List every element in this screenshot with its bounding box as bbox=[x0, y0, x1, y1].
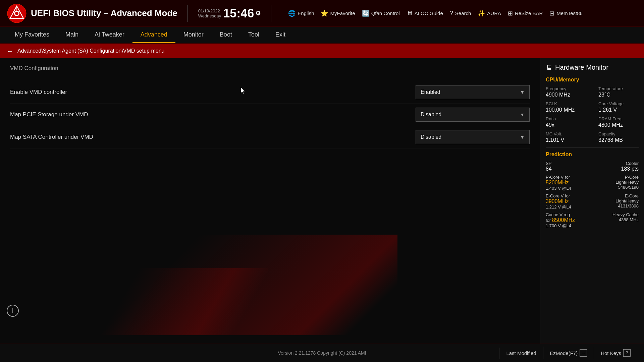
cache-voltage: 1.700 V @L4 bbox=[546, 223, 575, 228]
monitor-display-icon: 🖥 bbox=[546, 64, 552, 71]
tool-resizebar-label: ReSize BAR bbox=[515, 10, 543, 16]
config-item-pcie-storage: Map PCIE Storage under VMD Disabled ▼ bbox=[10, 104, 530, 126]
sata-controller-dropdown[interactable]: Disabled ▼ bbox=[416, 130, 530, 144]
frequency-label: Frequency bbox=[546, 86, 586, 91]
core-voltage-label: Core Voltage bbox=[598, 101, 639, 106]
section-title: VMD Configuration bbox=[10, 65, 530, 74]
mc-volt-value: 1.101 V bbox=[546, 137, 586, 143]
nav-advanced[interactable]: Advanced bbox=[132, 27, 175, 43]
tool-qfan-label: Qfan Control bbox=[371, 10, 400, 16]
prediction-sp-cooler: SP 84 Cooler 183 pts bbox=[546, 161, 639, 172]
vmd-controller-dropdown[interactable]: Enabled ▼ bbox=[416, 85, 530, 99]
prediction-title: Prediction bbox=[546, 152, 639, 158]
tool-search[interactable]: ? Search bbox=[450, 10, 471, 17]
hardware-monitor-panel: 🖥 Hardware Monitor CPU/Memory Frequency … bbox=[540, 58, 644, 344]
info-button[interactable]: i bbox=[7, 305, 19, 317]
tool-memtest-label: MemTest86 bbox=[556, 10, 583, 16]
cache-value: 4388 MHz bbox=[612, 217, 639, 222]
monitor-row-freq-temp: Frequency 4900 MHz Temperature 23°C bbox=[546, 86, 639, 98]
time-display: 15:46 ⚙ bbox=[223, 6, 261, 20]
resizebar-icon: ⊞ bbox=[508, 10, 513, 17]
dram-freq-label: DRAM Freq. bbox=[598, 116, 639, 121]
cache-right: Heavy Cache 4388 MHz bbox=[612, 212, 639, 228]
tool-memtest[interactable]: ⊟ MemTest86 bbox=[549, 10, 583, 17]
tool-aioc[interactable]: 🖥 AI OC Guide bbox=[407, 10, 443, 17]
cache-for-text: for 8500MHz bbox=[546, 217, 575, 223]
monitor-frequency: Frequency 4900 MHz bbox=[546, 86, 586, 98]
tool-qfan[interactable]: 🔄 Qfan Control bbox=[362, 10, 400, 17]
search-icon: ? bbox=[450, 10, 453, 17]
tool-resizebar[interactable]: ⊞ ReSize BAR bbox=[508, 10, 543, 17]
pcie-storage-value: Disabled bbox=[421, 112, 441, 118]
nav-tool[interactable]: Tool bbox=[240, 27, 267, 43]
tool-myfavorite-label: MyFavorite bbox=[330, 10, 355, 16]
tool-aioc-label: AI OC Guide bbox=[415, 10, 443, 16]
breadcrumb-bar: ← Advanced\System Agent (SA) Configurati… bbox=[0, 44, 644, 58]
nav-exit[interactable]: Exit bbox=[267, 27, 293, 43]
footer-version: Version 2.21.1278 Copyright (C) 2021 AMI bbox=[278, 350, 366, 356]
last-modified-label: Last Modified bbox=[506, 350, 536, 356]
nav-monitor[interactable]: Monitor bbox=[175, 27, 212, 43]
dram-freq-value: 4800 MHz bbox=[598, 122, 639, 128]
vmd-controller-arrow: ▼ bbox=[520, 89, 525, 95]
monitor-dram-freq: DRAM Freq. 4800 MHz bbox=[598, 116, 639, 128]
monitor-ratio: Ratio 49x bbox=[546, 116, 586, 128]
pcie-storage-dropdown[interactable]: Disabled ▼ bbox=[416, 108, 530, 122]
monitor-title: 🖥 Hardware Monitor bbox=[546, 64, 639, 71]
monitor-temperature: Temperature 23°C bbox=[598, 86, 639, 98]
ezmode-button[interactable]: EzMode(F7) → bbox=[543, 347, 594, 359]
logo-area: UEFI BIOS Utility – Advanced Mode bbox=[7, 3, 177, 23]
vmd-controller-value: Enabled bbox=[421, 89, 440, 95]
fan-icon: 🔄 bbox=[362, 10, 369, 17]
monitor-row-mcvolt-capacity: MC Volt. 1.101 V Capacity 32768 MB bbox=[546, 131, 639, 143]
header: UEFI BIOS Utility – Advanced Mode 01/19/… bbox=[0, 0, 644, 27]
pcore-voltage: 1.403 V @L4 bbox=[546, 186, 571, 191]
ecore-lh-value: 4131/3898 bbox=[615, 203, 639, 208]
info-icon: i bbox=[12, 307, 13, 314]
globe-icon: 🌐 bbox=[288, 10, 296, 17]
left-panel: VMD Configuration Enable VMD controller … bbox=[0, 58, 540, 344]
ecore-for-label: E-Core V for bbox=[546, 193, 571, 198]
ratio-value: 49x bbox=[546, 122, 586, 128]
nav-favorites[interactable]: My Favorites bbox=[7, 27, 57, 43]
header-tools: 🌐 English ⭐ MyFavorite 🔄 Qfan Control 🖥 … bbox=[288, 10, 583, 17]
sp-value: 84 bbox=[546, 166, 552, 172]
footer: Version 2.21.1278 Copyright (C) 2021 AMI… bbox=[0, 344, 644, 362]
config-item-vmd-controller: Enable VMD controller Enabled ▼ bbox=[10, 81, 530, 104]
monitor-row-bclk-voltage: BCLK 100.00 MHz Core Voltage 1.261 V bbox=[546, 101, 639, 113]
prediction-ecore: E-Core V for 3900MHz 1.212 V @L4 E-Core … bbox=[546, 193, 639, 209]
main-content: VMD Configuration Enable VMD controller … bbox=[0, 58, 644, 344]
bios-title: UEFI BIOS Utility – Advanced Mode bbox=[31, 8, 177, 18]
nav-boot[interactable]: Boot bbox=[212, 27, 240, 43]
ecore-right: E-Core Light/Heavy 4131/3898 bbox=[615, 193, 639, 209]
cache-freq: 8500MHz bbox=[552, 217, 575, 223]
footer-buttons: Last Modified EzMode(F7) → Hot Keys ? bbox=[499, 347, 637, 359]
core-voltage-value: 1.261 V bbox=[598, 107, 639, 113]
nav-main[interactable]: Main bbox=[57, 27, 87, 43]
breadcrumb-back-button[interactable]: ← bbox=[7, 47, 13, 55]
capacity-label: Capacity bbox=[598, 131, 639, 136]
capacity-value: 32768 MB bbox=[598, 137, 639, 143]
pcore-type-label: P-Core bbox=[615, 175, 639, 180]
mc-volt-label: MC Volt. bbox=[546, 131, 586, 136]
tool-myfavorite[interactable]: ⭐ MyFavorite bbox=[321, 10, 355, 17]
date: 01/19/2022 bbox=[198, 8, 221, 13]
cache-type-label: Heavy Cache bbox=[612, 212, 639, 217]
settings-icon[interactable]: ⚙ bbox=[255, 10, 261, 17]
last-modified-button[interactable]: Last Modified bbox=[499, 348, 543, 359]
pcie-storage-arrow: ▼ bbox=[520, 112, 525, 117]
tool-aura[interactable]: ✨ AURA bbox=[478, 10, 501, 17]
nav-aitweaker[interactable]: Ai Tweaker bbox=[87, 27, 132, 43]
cooler-value: 183 pts bbox=[621, 166, 639, 172]
tool-english-label: English bbox=[298, 10, 314, 16]
breadcrumb-text: Advanced\System Agent (SA) Configuration… bbox=[17, 48, 164, 54]
tool-english[interactable]: 🌐 English bbox=[288, 10, 314, 17]
prediction-cooler: Cooler 183 pts bbox=[621, 161, 639, 172]
vmd-controller-label: Enable VMD controller bbox=[10, 89, 67, 96]
hotkeys-icon: ? bbox=[623, 349, 631, 357]
monitor-core-voltage: Core Voltage 1.261 V bbox=[598, 101, 639, 113]
hotkeys-button[interactable]: Hot Keys ? bbox=[594, 347, 637, 359]
sata-controller-value: Disabled bbox=[421, 134, 441, 140]
monitor-divider bbox=[546, 147, 639, 147]
monitor-capacity: Capacity 32768 MB bbox=[598, 131, 639, 143]
